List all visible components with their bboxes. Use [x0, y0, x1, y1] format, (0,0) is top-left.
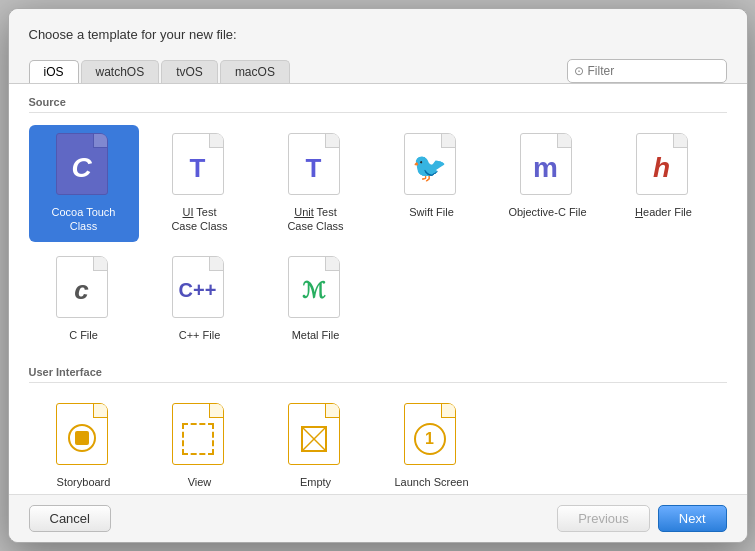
- filter-input[interactable]: [588, 64, 720, 78]
- metal-icon: ℳ: [288, 256, 344, 322]
- storyboard-icon: [56, 403, 112, 469]
- ui-test-label: UI TestCase Class: [171, 205, 227, 234]
- tab-tvos[interactable]: tvOS: [161, 60, 218, 83]
- unit-test-label: Unit TestCase Class: [287, 205, 343, 234]
- empty-label: Empty: [300, 475, 331, 489]
- dialog-title: Choose a template for your new file:: [29, 27, 237, 42]
- view-label: View: [188, 475, 212, 489]
- swift-label: Swift File: [409, 205, 454, 219]
- item-ui-test-case-class[interactable]: T UI TestCase Class: [145, 125, 255, 242]
- c-label: C File: [69, 328, 98, 342]
- cocoa-touch-label: Cocoa TouchClass: [51, 205, 115, 234]
- cancel-button[interactable]: Cancel: [29, 505, 111, 532]
- storyboard-label: Storyboard: [57, 475, 111, 489]
- item-unit-test-case-class[interactable]: T Unit TestCase Class: [261, 125, 371, 242]
- objc-icon: m: [520, 133, 576, 199]
- tab-watchos[interactable]: watchOS: [81, 60, 160, 83]
- unit-test-icon: T: [288, 133, 344, 199]
- launch-label: Launch Screen: [395, 475, 469, 489]
- item-c-file[interactable]: c C File: [29, 248, 139, 350]
- ui-test-icon: T: [172, 133, 228, 199]
- item-objective-c-file[interactable]: m Objective-C File: [493, 125, 603, 242]
- c-icon: c: [56, 256, 112, 322]
- header-icon: h: [636, 133, 692, 199]
- next-button[interactable]: Next: [658, 505, 727, 532]
- previous-button[interactable]: Previous: [557, 505, 650, 532]
- empty-svg: [298, 423, 330, 455]
- tab-macos[interactable]: macOS: [220, 60, 290, 83]
- ui-section-label: User Interface: [29, 366, 727, 383]
- new-file-dialog: Choose a template for your new file: iOS…: [8, 8, 748, 543]
- item-cpp-file[interactable]: C++ C++ File: [145, 248, 255, 350]
- dialog-footer: Cancel Previous Next: [9, 494, 747, 542]
- launch-icon: 1: [404, 403, 460, 469]
- objc-label: Objective-C File: [508, 205, 586, 219]
- ui-items-grid: Storyboard View: [29, 395, 727, 494]
- source-items-grid: C Cocoa TouchClass T UI TestCase Class: [29, 125, 727, 350]
- empty-icon: [288, 403, 344, 469]
- filter-box: ⊙: [567, 59, 727, 83]
- view-icon: [172, 403, 228, 469]
- source-section-label: Source: [29, 96, 727, 113]
- item-view[interactable]: View: [145, 395, 255, 494]
- content-area: Source C Cocoa TouchClass T UI TestCas: [9, 83, 747, 494]
- item-header-file[interactable]: h Header File: [609, 125, 719, 242]
- cpp-icon: C++: [172, 256, 228, 322]
- item-swift-file[interactable]: 🐦 Swift File: [377, 125, 487, 242]
- item-empty[interactable]: Empty: [261, 395, 371, 494]
- item-cocoa-touch-class[interactable]: C Cocoa TouchClass: [29, 125, 139, 242]
- header-label: Header File: [635, 205, 692, 219]
- item-storyboard[interactable]: Storyboard: [29, 395, 139, 494]
- filter-icon: ⊙: [574, 64, 584, 78]
- item-metal-file[interactable]: ℳ Metal File: [261, 248, 371, 350]
- cocoa-touch-icon: C: [56, 133, 112, 199]
- item-launch-screen[interactable]: 1 Launch Screen: [377, 395, 487, 494]
- cpp-label: C++ File: [179, 328, 221, 342]
- footer-right: Previous Next: [557, 505, 726, 532]
- tabs-row: iOS watchOS tvOS macOS ⊙: [9, 53, 747, 83]
- dialog-header: Choose a template for your new file:: [9, 9, 747, 53]
- swift-icon: 🐦: [404, 133, 460, 199]
- metal-label: Metal File: [292, 328, 340, 342]
- tab-ios[interactable]: iOS: [29, 60, 79, 83]
